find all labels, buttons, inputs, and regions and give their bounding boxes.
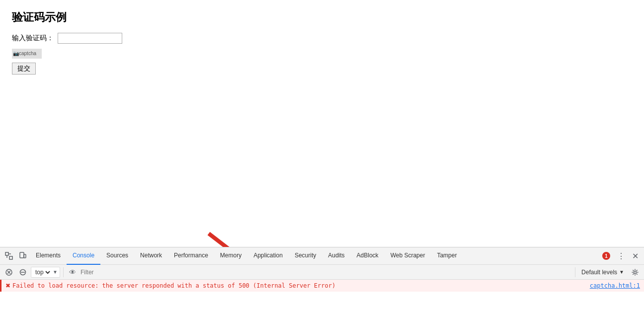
levels-chevron-icon: ▼ (619, 269, 624, 275)
page-title: 验证码示例 (12, 10, 632, 25)
tab-audits[interactable]: Audits (322, 247, 350, 265)
svg-rect-6 (20, 252, 24, 258)
console-error-message: Failed to load resource: the server resp… (12, 282, 590, 289)
device-toolbar-button[interactable] (16, 249, 30, 263)
devtools-more-button[interactable]: ⋮ (614, 249, 628, 263)
error-icon: ✖ (5, 282, 10, 289)
submit-button[interactable]: 提交 (12, 63, 36, 75)
submit-wrapper: 提交 (12, 63, 632, 75)
devtools-secondary-toolbar: top ▼ 👁 Default levels ▼ (0, 265, 644, 280)
console-filter-input[interactable] (80, 267, 572, 278)
tab-sources[interactable]: Sources (100, 247, 134, 265)
tab-elements[interactable]: Elements (30, 247, 67, 265)
block-requests-button[interactable] (17, 266, 29, 278)
tab-console[interactable]: Console (67, 247, 100, 265)
captcha-image-wrapper: 📷captcha (12, 49, 632, 59)
error-badge: 1 (598, 252, 614, 260)
svg-rect-3 (9, 256, 12, 259)
devtools-tabs-bar: Elements Console Sources Network Perform… (0, 247, 644, 265)
captcha-image: 📷captcha (12, 49, 42, 59)
svg-rect-7 (24, 254, 26, 258)
inspect-element-button[interactable] (2, 249, 16, 263)
svg-rect-2 (5, 252, 8, 255)
captcha-label: 输入验证码： (12, 34, 54, 43)
svg-point-13 (634, 271, 637, 273)
tab-adblock[interactable]: AdBlock (351, 247, 385, 265)
error-count: 1 (602, 252, 610, 260)
context-selector-wrapper[interactable]: top ▼ (31, 267, 60, 278)
main-content: 验证码示例 输入验证码： 📷captcha 提交 (0, 0, 644, 247)
context-selector-chevron: ▼ (53, 269, 58, 275)
tab-tamper[interactable]: Tamper (431, 247, 463, 265)
toolbar-divider-1 (63, 267, 64, 277)
console-error-row: ✖ Failed to load resource: the server re… (0, 280, 644, 292)
toolbar-divider-2 (575, 267, 575, 277)
tab-security[interactable]: Security (289, 247, 322, 265)
devtools-close-or-dock-button[interactable]: ✕ (628, 249, 642, 263)
show-live-expressions-button[interactable]: 👁 (67, 266, 79, 278)
devtools-panel: Elements Console Sources Network Perform… (0, 247, 644, 314)
captcha-input[interactable] (58, 33, 122, 44)
settings-gear-button[interactable] (629, 266, 641, 278)
console-error-source[interactable]: captcha.html:1 (590, 282, 640, 289)
tab-memory[interactable]: Memory (214, 247, 247, 265)
tab-webscraper[interactable]: Web Scraper (385, 247, 431, 265)
clear-console-button[interactable] (3, 266, 15, 278)
devtools-console-output: ✖ Failed to load resource: the server re… (0, 280, 644, 314)
captcha-form-row: 输入验证码： (12, 33, 632, 44)
tab-network[interactable]: Network (134, 247, 168, 265)
default-levels-button[interactable]: Default levels ▼ (578, 269, 627, 276)
tab-application[interactable]: Application (247, 247, 289, 265)
tab-performance[interactable]: Performance (168, 247, 214, 265)
context-selector[interactable]: top (33, 268, 52, 276)
